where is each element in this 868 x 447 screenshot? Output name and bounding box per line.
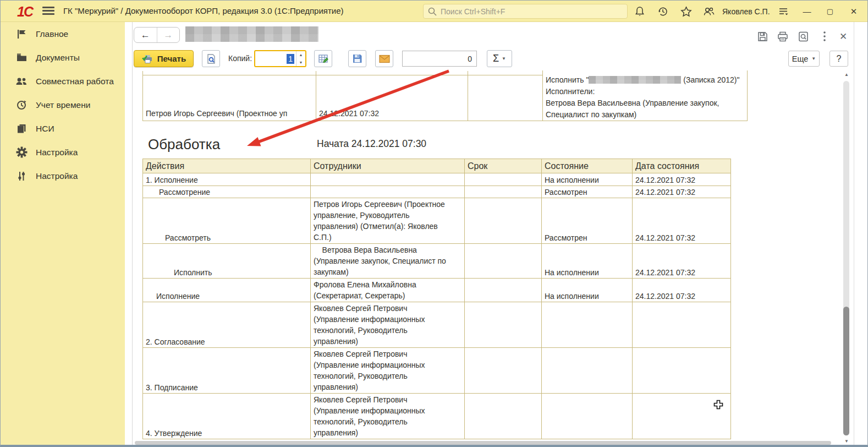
col-header-status-date: Дата состояния (633, 159, 731, 173)
prev-table-border (142, 75, 542, 75)
redacted-document-title (185, 26, 318, 42)
notifications-bell-icon[interactable] (633, 5, 647, 18)
cell-action: 1. Исполнение (143, 173, 311, 186)
cell-term (465, 348, 542, 394)
cell-term (465, 302, 542, 348)
prev-table-border (542, 70, 543, 121)
save-icon[interactable] (755, 30, 770, 43)
edit-table-button[interactable] (314, 50, 332, 67)
table-row: 1. Исполнение На исполнении 24.12.2021 0… (143, 173, 731, 186)
forward-button[interactable]: → (157, 28, 180, 42)
cell-term (465, 198, 542, 244)
copies-spinner[interactable]: 1 ▲ ▼ (254, 50, 306, 67)
sidebar-item-label: Настройка (36, 171, 78, 181)
cell-employees: Ветрова Вера Васильевна (Управление заку… (311, 244, 465, 279)
table-row: Рассмотреть Петров Игорь Сергеевич (Прое… (143, 198, 731, 244)
people-icon (15, 75, 28, 88)
sum-sigma-button[interactable]: Σ ▼ (487, 50, 512, 67)
right-edge-divider (854, 22, 854, 447)
cell-status (542, 348, 633, 394)
sidebar-item-label: Учет времени (36, 100, 90, 110)
sidebar-item-label: Совместная работа (36, 77, 114, 86)
page-magnifier-icon (206, 53, 216, 64)
copies-decrement-button[interactable]: ▼ (296, 59, 305, 67)
cell-status-date (633, 302, 731, 348)
preview-icon[interactable] (796, 30, 810, 43)
cell-status-date: 24.12.2021 07:32 (633, 198, 731, 244)
minimize-button[interactable]: — (800, 5, 814, 18)
current-user[interactable]: Яковлев С.П. (722, 7, 770, 16)
cell-status-date: 24.12.2021 07:32 (633, 186, 731, 198)
cell-employees: Петров Игорь Сергеевич (Проектное управл… (311, 198, 465, 244)
sidebar-item-sovmestnaya-rabota[interactable]: Совместная работа (1, 69, 125, 93)
horizontal-scrollbar[interactable] (135, 440, 839, 445)
processing-table: Действия Сотрудники Срок Состояние Дата … (142, 159, 731, 439)
sidebar-item-nsi[interactable]: НСИ (1, 117, 125, 140)
table-row: Исполнить Ветрова Вера Васильевна (Управ… (143, 244, 731, 279)
redacted-task-name (589, 76, 681, 84)
sidebar-item-label: Главное (36, 29, 68, 39)
sidebar-item-glavnoe[interactable]: Главное (1, 22, 125, 46)
prev-row-task: Исполнить " (Записка 2012)" Исполнители:… (546, 74, 744, 121)
scrollbar-thumb[interactable] (135, 441, 831, 445)
cell-action: Рассмотрение (143, 186, 311, 198)
table-header-row: Действия Сотрудники Срок Состояние Дата … (143, 159, 731, 173)
copies-increment-button[interactable]: ▲ (296, 51, 305, 59)
folder-icon (15, 52, 28, 64)
more-button-label: Еще (792, 54, 809, 63)
table-row: Рассмотрение Рассмотрен 24.12.2021 07:32 (143, 186, 731, 198)
maximize-button[interactable]: ▢ (823, 5, 837, 18)
table-pencil-icon (318, 53, 329, 64)
prev-table-border (142, 71, 143, 121)
sidebar-item-nastroika-2[interactable]: Настройка (1, 164, 125, 188)
cell-term (465, 244, 542, 279)
sidebar-item-dokumenty[interactable]: Документы (1, 46, 125, 69)
print-preview-button[interactable] (202, 50, 220, 67)
main-menu-button[interactable] (42, 7, 54, 15)
sidebar-item-nastroika[interactable]: Настройка (1, 140, 125, 164)
more-button[interactable]: Еще ▼ (788, 51, 820, 67)
cell-employees (311, 173, 465, 186)
history-icon[interactable] (656, 5, 670, 18)
cell-employees (311, 186, 465, 198)
send-email-button[interactable] (375, 50, 393, 67)
chevron-down-icon: ▼ (811, 56, 816, 61)
favorites-star-icon[interactable] (679, 5, 693, 18)
copies-value[interactable]: 1 (287, 54, 294, 64)
sliders-icon (15, 170, 28, 182)
sum-field[interactable]: 0 (402, 51, 477, 67)
cell-action: 3. Подписание (143, 348, 311, 394)
chevron-down-icon: ▼ (502, 56, 506, 61)
close-window-button[interactable]: ✕ (847, 5, 861, 18)
title-bar: 1С ГК "Меркурий" / Документооборот КОРП,… (1, 1, 867, 22)
print-button-label: Печать (157, 54, 186, 63)
cell-action: 2. Согласование (143, 302, 311, 348)
cell-term (465, 279, 542, 302)
print-button[interactable]: Печать (134, 50, 194, 67)
cell-term (465, 394, 542, 439)
search-input[interactable] (441, 7, 611, 16)
cell-action: Рассмотреть (143, 198, 311, 244)
back-button[interactable]: ← (134, 28, 157, 42)
col-header-employees: Сотрудники (311, 159, 465, 173)
sidebar-item-uchet-vremeni[interactable]: Учет времени (1, 93, 125, 117)
close-tab-icon[interactable]: ✕ (836, 30, 850, 43)
scrollbar-thumb[interactable] (843, 307, 849, 435)
table-row: 2. Согласование Яковлев Сергей Петрович … (143, 302, 731, 348)
kebab-menu-icon[interactable] (817, 30, 832, 43)
save-file-button[interactable] (348, 50, 366, 67)
prev-table-border (142, 121, 748, 121)
user-sessions-icon[interactable] (702, 5, 716, 18)
table-row: Исполнение Фролова Елена Михайловна (Сек… (143, 279, 731, 302)
help-button[interactable]: ? (829, 51, 848, 67)
print-icon[interactable] (776, 30, 790, 43)
executors-label: Исполнители: (546, 86, 744, 97)
vertical-scrollbar[interactable]: ▲ ▼ (842, 71, 852, 445)
scroll-up-arrow[interactable]: ▲ (844, 72, 849, 77)
global-search[interactable] (423, 4, 628, 19)
taskbar-menu-icon[interactable] (776, 5, 790, 18)
scroll-down-arrow[interactable]: ▼ (844, 439, 849, 444)
cell-status: На исполнении (542, 173, 633, 186)
cell-status: На исполнении (542, 244, 633, 279)
sidebar: Главное Документы Совместная работа Учет… (1, 22, 125, 445)
